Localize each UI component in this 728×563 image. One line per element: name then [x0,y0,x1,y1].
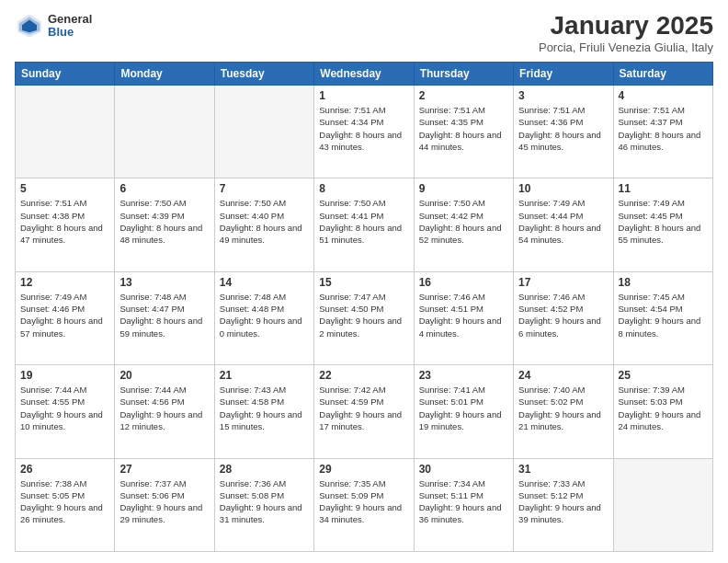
calendar-day-cell: 22Sunrise: 7:42 AM Sunset: 4:59 PM Dayli… [314,365,414,458]
day-number: 7 [220,182,309,195]
day-number: 26 [20,463,109,476]
day-info: Sunrise: 7:49 AM Sunset: 4:46 PM Dayligh… [20,291,109,339]
day-info: Sunrise: 7:45 AM Sunset: 4:54 PM Dayligh… [619,291,708,339]
calendar-day-cell: 4Sunrise: 7:51 AM Sunset: 4:37 PM Daylig… [613,86,712,178]
calendar-day-cell: 12Sunrise: 7:49 AM Sunset: 4:46 PM Dayli… [16,271,115,364]
calendar-day-cell: 6Sunrise: 7:50 AM Sunset: 4:39 PM Daylig… [115,178,214,271]
logo-icon [15,11,44,40]
day-number: 19 [20,369,109,382]
day-number: 30 [419,463,508,476]
day-info: Sunrise: 7:34 AM Sunset: 5:11 PM Dayligh… [419,477,508,526]
calendar-week-row: 19Sunrise: 7:44 AM Sunset: 4:55 PM Dayli… [16,365,713,458]
day-number: 20 [119,369,209,382]
calendar-day-cell [214,86,313,178]
day-number: 10 [518,182,608,195]
logo: General Blue [15,11,92,40]
calendar-week-row: 5Sunrise: 7:51 AM Sunset: 4:38 PM Daylig… [16,178,713,271]
calendar-day-cell: 8Sunrise: 7:50 AM Sunset: 4:41 PM Daylig… [314,178,414,271]
day-info: Sunrise: 7:50 AM Sunset: 4:42 PM Dayligh… [419,197,508,246]
day-info: Sunrise: 7:40 AM Sunset: 5:02 PM Dayligh… [518,384,608,432]
calendar-week-row: 26Sunrise: 7:38 AM Sunset: 5:05 PM Dayli… [16,458,713,551]
day-info: Sunrise: 7:43 AM Sunset: 4:58 PM Dayligh… [220,384,309,432]
calendar-day-cell: 14Sunrise: 7:48 AM Sunset: 4:48 PM Dayli… [214,271,313,364]
day-number: 8 [319,182,408,195]
day-info: Sunrise: 7:50 AM Sunset: 4:39 PM Dayligh… [119,197,209,246]
weekday-header-cell: Monday [115,63,214,86]
day-number: 28 [220,463,309,476]
day-info: Sunrise: 7:44 AM Sunset: 4:55 PM Dayligh… [20,384,109,432]
calendar-day-cell: 3Sunrise: 7:51 AM Sunset: 4:36 PM Daylig… [514,86,613,178]
weekday-header-cell: Wednesday [314,63,414,86]
day-info: Sunrise: 7:46 AM Sunset: 4:52 PM Dayligh… [518,291,608,339]
calendar-day-cell [115,86,214,178]
calendar-day-cell: 10Sunrise: 7:49 AM Sunset: 4:44 PM Dayli… [514,178,613,271]
day-info: Sunrise: 7:39 AM Sunset: 5:03 PM Dayligh… [619,384,708,432]
calendar-week-row: 12Sunrise: 7:49 AM Sunset: 4:46 PM Dayli… [16,271,713,364]
day-number: 11 [619,182,708,195]
day-info: Sunrise: 7:50 AM Sunset: 4:40 PM Dayligh… [220,197,309,246]
day-number: 29 [319,463,408,476]
calendar-day-cell: 17Sunrise: 7:46 AM Sunset: 4:52 PM Dayli… [514,271,613,364]
day-number: 12 [20,276,109,289]
calendar-week-row: 1Sunrise: 7:51 AM Sunset: 4:34 PM Daylig… [16,86,713,178]
day-number: 4 [619,89,708,102]
day-info: Sunrise: 7:47 AM Sunset: 4:50 PM Dayligh… [319,291,408,339]
day-info: Sunrise: 7:41 AM Sunset: 5:01 PM Dayligh… [419,384,508,432]
calendar-day-cell: 26Sunrise: 7:38 AM Sunset: 5:05 PM Dayli… [16,458,115,551]
weekday-header-cell: Tuesday [214,63,313,86]
day-info: Sunrise: 7:51 AM Sunset: 4:35 PM Dayligh… [419,104,508,153]
day-number: 9 [419,182,508,195]
day-info: Sunrise: 7:51 AM Sunset: 4:36 PM Dayligh… [518,104,608,153]
day-info: Sunrise: 7:50 AM Sunset: 4:41 PM Dayligh… [319,197,408,246]
calendar-day-cell: 30Sunrise: 7:34 AM Sunset: 5:11 PM Dayli… [414,458,513,551]
day-info: Sunrise: 7:49 AM Sunset: 4:44 PM Dayligh… [518,197,608,246]
calendar-day-cell: 23Sunrise: 7:41 AM Sunset: 5:01 PM Dayli… [414,365,513,458]
calendar-day-cell [613,458,712,551]
day-number: 17 [518,276,608,289]
calendar-day-cell: 28Sunrise: 7:36 AM Sunset: 5:08 PM Dayli… [214,458,313,551]
day-info: Sunrise: 7:51 AM Sunset: 4:37 PM Dayligh… [619,104,708,153]
day-info: Sunrise: 7:48 AM Sunset: 4:48 PM Dayligh… [220,291,309,339]
title-block: January 2025 Porcia, Friuli Venezia Giul… [539,11,713,54]
calendar-day-cell: 2Sunrise: 7:51 AM Sunset: 4:35 PM Daylig… [414,86,513,178]
calendar-day-cell [16,86,115,178]
location-subtitle: Porcia, Friuli Venezia Giulia, Italy [539,40,713,54]
header: General Blue January 2025 Porcia, Friuli… [15,11,713,54]
page: General Blue January 2025 Porcia, Friuli… [0,0,728,563]
day-info: Sunrise: 7:36 AM Sunset: 5:08 PM Dayligh… [220,477,309,526]
logo-blue: Blue [48,26,92,39]
day-info: Sunrise: 7:35 AM Sunset: 5:09 PM Dayligh… [319,477,408,526]
calendar-table: SundayMondayTuesdayWednesdayThursdayFrid… [15,62,713,552]
calendar-day-cell: 9Sunrise: 7:50 AM Sunset: 4:42 PM Daylig… [414,178,513,271]
day-number: 22 [319,369,408,382]
day-number: 24 [518,369,608,382]
weekday-header-cell: Thursday [414,63,513,86]
calendar-day-cell: 18Sunrise: 7:45 AM Sunset: 4:54 PM Dayli… [613,271,712,364]
calendar-day-cell: 7Sunrise: 7:50 AM Sunset: 4:40 PM Daylig… [214,178,313,271]
day-info: Sunrise: 7:42 AM Sunset: 4:59 PM Dayligh… [319,384,408,432]
day-number: 14 [220,276,309,289]
day-number: 5 [20,182,109,195]
calendar-body: 1Sunrise: 7:51 AM Sunset: 4:34 PM Daylig… [16,86,713,552]
day-number: 15 [319,276,408,289]
calendar-day-cell: 13Sunrise: 7:48 AM Sunset: 4:47 PM Dayli… [115,271,214,364]
day-info: Sunrise: 7:49 AM Sunset: 4:45 PM Dayligh… [619,197,708,246]
weekday-header-cell: Saturday [613,63,712,86]
day-info: Sunrise: 7:51 AM Sunset: 4:34 PM Dayligh… [319,104,408,153]
calendar-day-cell: 1Sunrise: 7:51 AM Sunset: 4:34 PM Daylig… [314,86,414,178]
day-info: Sunrise: 7:33 AM Sunset: 5:12 PM Dayligh… [518,477,608,526]
weekday-header-row: SundayMondayTuesdayWednesdayThursdayFrid… [16,63,713,86]
logo-general: General [48,13,92,26]
day-info: Sunrise: 7:51 AM Sunset: 4:38 PM Dayligh… [20,197,109,246]
month-title: January 2025 [539,11,713,40]
day-number: 27 [119,463,209,476]
calendar-day-cell: 29Sunrise: 7:35 AM Sunset: 5:09 PM Dayli… [314,458,414,551]
calendar-day-cell: 5Sunrise: 7:51 AM Sunset: 4:38 PM Daylig… [16,178,115,271]
calendar-day-cell: 16Sunrise: 7:46 AM Sunset: 4:51 PM Dayli… [414,271,513,364]
day-info: Sunrise: 7:38 AM Sunset: 5:05 PM Dayligh… [20,477,109,526]
calendar-day-cell: 31Sunrise: 7:33 AM Sunset: 5:12 PM Dayli… [514,458,613,551]
day-number: 21 [220,369,309,382]
day-info: Sunrise: 7:46 AM Sunset: 4:51 PM Dayligh… [419,291,508,339]
day-number: 25 [619,369,708,382]
logo-text: General Blue [48,13,92,40]
